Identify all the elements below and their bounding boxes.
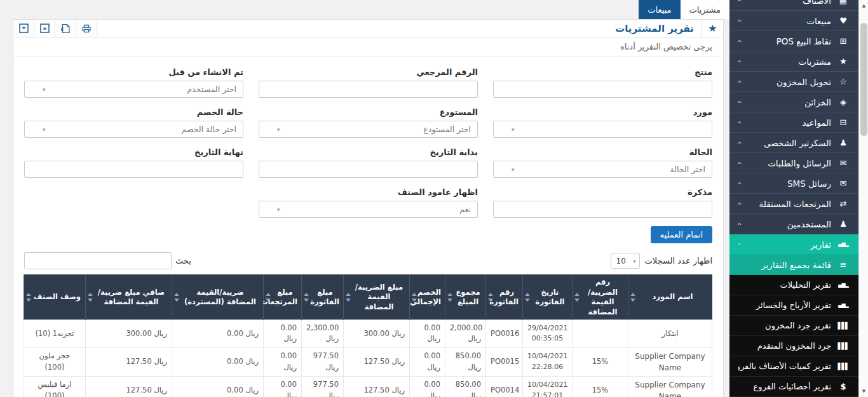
col-header-net-vat[interactable]: صافي مبلغ ضريبة/القيمة المضافة — [86, 275, 172, 320]
print-button[interactable] — [76, 20, 97, 37]
sidebar-item-advanced-inventory-count[interactable]: ▌▌▌ جرد المخزون المتقدم — [729, 336, 858, 356]
collapse-panel-button[interactable] — [13, 20, 34, 37]
page-length-select[interactable]: 10 ▾ — [611, 253, 640, 269]
reference-number-label: الرقم المرجعي — [259, 67, 478, 77]
chevron-down-icon: › — [735, 60, 745, 63]
chevron-down-icon: ▾ — [43, 86, 46, 93]
sidebar-item-sales[interactable]: ♥ مبيعات › — [729, 11, 858, 31]
search-input[interactable] — [24, 252, 172, 269]
sidebar-item-analytics-report[interactable]: ▂▆▄ تقرير التحليلات — [729, 275, 858, 295]
chevron-down-icon: ▾ — [512, 166, 515, 173]
status-select[interactable]: اختر الحالة ▾ — [493, 161, 712, 178]
sidebar-item-sms[interactable]: ✉ رسائل SMS › — [729, 173, 858, 194]
tab-sales[interactable]: مبيعات — [639, 0, 680, 19]
sidebar-item-all-reports-list[interactable]: ≡ قائمة بجميع التقارير — [729, 255, 858, 275]
col-header-vat-number[interactable]: رقم الضريبة/القيمة المضافة — [573, 275, 628, 320]
sidebar-item-label: الأصناف — [742, 0, 831, 6]
sidebar-item-label: رسائل SMS — [742, 178, 831, 189]
table-row: ابتكار 29/04/2021 00:35:05 PO0016 2,000.… — [24, 320, 712, 348]
cell-item-description: ارما فيلبس (100) — [24, 376, 86, 397]
sidebar-item-label: تقرير كميات الأصناف بالفروع — [738, 361, 831, 371]
cell-net-vat: 300.00 ريال — [86, 320, 172, 348]
filter-show-item-column: اظهار عامود الصنف نعم ▾ — [259, 178, 478, 218]
sidebar-item-items[interactable]: ▦ الأصناف › — [729, 0, 858, 11]
start-date-label: بداية التاريخ — [259, 147, 478, 157]
supplier-select[interactable]: ▾ — [493, 121, 712, 138]
end-date-input[interactable] — [24, 161, 243, 178]
col-header-returns-amount[interactable]: مبلغ المرتجعات — [264, 275, 302, 320]
sort-icon — [525, 293, 530, 302]
sidebar-item-messages-requests[interactable]: ✉ الرسائل والطلبات › — [729, 153, 858, 173]
tab-purchases[interactable]: مشتريات — [681, 0, 729, 19]
bar-chart-icon: ▂▆▄ — [837, 302, 850, 308]
reference-number-input[interactable] — [259, 81, 478, 98]
warehouse-select[interactable]: اختر المستودع ▾ — [259, 121, 478, 138]
col-header-vat-amount[interactable]: مبلغ الضريبة/القيمة المضافة — [344, 275, 410, 320]
caret-up-square-icon — [40, 24, 50, 33]
filter-discount-status: حالة الخصم اختر حالة الخصم ▾ — [24, 98, 243, 138]
users-icon: ♟ — [837, 219, 850, 229]
sidebar-item-inventory-count-report[interactable]: ▌▌▌ تقرير جرد المخزون — [729, 316, 858, 336]
expand-panel-button[interactable] — [34, 20, 55, 37]
cell-invoice-amount: 977.50 ريال — [302, 376, 344, 397]
chevron-down-icon: › — [735, 182, 745, 185]
chevron-down-icon: ▾ — [277, 126, 280, 133]
start-date-input[interactable] — [259, 161, 478, 178]
memo-input[interactable] — [493, 201, 712, 218]
cell-refunded-vat: 0.00 ريال — [172, 376, 264, 397]
sidebar-item-branch-statistics-report[interactable]: $ تقرير أحصائيات الفروع — [729, 377, 858, 397]
discount-status-select[interactable]: اختر حالة الخصم ▾ — [24, 121, 243, 138]
page-length-label: اظهار عدد السجلات — [645, 256, 712, 266]
created-by-label: تم الانشاء من قبل — [24, 67, 243, 77]
col-header-item-description[interactable]: وصف الصنف — [24, 275, 86, 320]
filter-supplier: مورد ▾ — [493, 98, 712, 138]
show-item-column-select[interactable]: نعم ▾ — [259, 201, 478, 218]
cell-supplier: ابتكار — [628, 320, 712, 348]
sidebar-item-pos[interactable]: ⊞ نقاط البيع POS › — [729, 31, 858, 51]
col-header-label: رقم الفاتورة — [489, 288, 519, 307]
sidebar-item-profit-loss-report[interactable]: ▂▆▄ تقرير الأرباح والخسائر — [729, 295, 858, 316]
sidebar-item-label: قائمة بجميع التقارير — [738, 260, 831, 270]
sidebar-item-branch-item-quantities-report[interactable]: ▌▌▌ تقرير كميات الأصناف بالفروع — [729, 356, 858, 377]
col-header-total-discount[interactable]: الخصم الإجمالي — [410, 275, 445, 320]
search-control: بحث — [24, 252, 191, 269]
col-header-label: مجموع المبلغ — [456, 288, 480, 307]
vertical-scrollbar[interactable]: ▲ ▼ — [858, 0, 868, 397]
scrollbar-thumb[interactable] — [860, 23, 867, 136]
bar-chart-icon: ▂▆▄ — [837, 241, 850, 247]
sidebar-item-appointments[interactable]: ⊟ المواعيد › — [729, 112, 858, 133]
col-header-refunded-vat[interactable]: ضريبة/القيمة المضافة (المستردة) — [172, 275, 264, 320]
product-input[interactable] — [493, 81, 712, 98]
sidebar-item-purchases[interactable]: ★ مشتريات › — [729, 51, 858, 72]
sidebar-item-users[interactable]: ♟ المستخدمين › — [729, 214, 858, 234]
sidebar-item-independent-returns[interactable]: ⇄ المرتجعات المستقلة › — [729, 194, 858, 214]
sidebar-item-personal-secretary[interactable]: ♟ السكرتير الشخصي › — [729, 133, 858, 153]
col-header-supplier-name[interactable]: اسم المورد — [628, 275, 712, 320]
page-title: تقرير المشتريات — [607, 20, 702, 37]
sidebar-item-stock-transfer[interactable]: ☆ تحويل المخزون › — [729, 72, 858, 92]
col-header-invoice-date[interactable]: تاريخ الفاتورة — [523, 275, 573, 320]
scroll-up-arrow-icon[interactable]: ▲ — [859, 1, 868, 10]
sidebar-item-label: الرسائل والطلبات — [742, 158, 831, 168]
caret-down-square-icon — [19, 24, 29, 33]
favorite-star-icon[interactable]: ★ — [702, 20, 723, 37]
chevron-down-icon: › — [735, 19, 745, 22]
export-excel-button[interactable]: X — [55, 20, 76, 37]
sidebar-item-safes[interactable]: ◈ الخزائن › — [729, 92, 858, 112]
pos-grid-icon: ⊞ — [837, 36, 850, 46]
supplier-label: مورد — [493, 107, 712, 117]
col-header-invoice-number[interactable]: رقم الفاتورة — [486, 275, 523, 320]
page-length-control: اظهار عدد السجلات 10 ▾ — [611, 253, 712, 269]
scroll-down-arrow-icon[interactable]: ▼ — [859, 387, 868, 396]
col-header-total-amount[interactable]: مجموع المبلغ — [445, 275, 486, 320]
created-by-select[interactable]: اختر المستخدم ▾ — [24, 81, 243, 98]
cell-vat-number: 15% — [573, 347, 628, 376]
sort-icon — [630, 293, 635, 302]
col-header-invoice-amount[interactable]: مبلغ الفاتورة — [302, 275, 344, 320]
submit-button[interactable]: اتمام العمليه — [651, 226, 712, 243]
cell-total-discount: 0.00 ريال — [410, 347, 445, 376]
status-select-value: اختر الحالة — [670, 165, 705, 174]
cell-total-amount: 850.00 ريال — [445, 376, 486, 397]
col-header-label: تاريخ الفاتورة — [536, 288, 565, 307]
sidebar-item-reports[interactable]: ▂▆▄ تقارير › — [729, 234, 858, 255]
